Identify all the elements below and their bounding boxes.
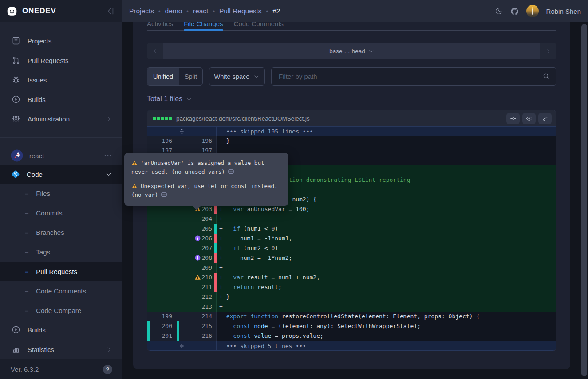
info-icon[interactable] — [194, 254, 201, 261]
github-icon[interactable] — [510, 7, 519, 16]
sidebar-code-subnav: –Files–Commits–Branches–Tags–Pull Reques… — [0, 184, 122, 320]
info-icon[interactable] — [194, 235, 201, 242]
dash-icon: – — [25, 248, 28, 256]
expand-lines-button[interactable] — [147, 127, 217, 136]
new-line-number: 207 — [177, 243, 217, 253]
added-line-marker: + — [219, 293, 226, 300]
sidebar-divider — [0, 137, 122, 138]
breadcrumb-item-#2: #2 — [272, 7, 280, 15]
tab-activities[interactable]: Activities — [147, 22, 173, 31]
context-line-prefix — [219, 137, 226, 144]
new-line-number: 209 — [177, 263, 217, 273]
total-files-label: Total 1 files — [147, 95, 182, 103]
chevron-down-icon — [368, 48, 374, 54]
comment-icon[interactable] — [228, 168, 234, 175]
tab-code-comments[interactable]: Code Comments — [234, 22, 284, 31]
sidebar-item-issues[interactable]: Issues — [0, 70, 122, 90]
old-line-number — [147, 253, 177, 263]
user-name[interactable]: Robin Shen — [546, 8, 581, 15]
eslint-problem: Unexpected var, use let or const instead… — [131, 182, 281, 199]
sidebar-item-builds[interactable]: Builds — [0, 320, 122, 340]
sidebar-item-code[interactable]: Code — [0, 165, 122, 184]
diff-line-214: 199214 export function restoreControlled… — [147, 312, 556, 321]
onedev-logo-icon — [6, 5, 18, 17]
diff-line-196: 196196 } — [147, 136, 556, 146]
warning-icon[interactable] — [194, 274, 201, 281]
sidebar-item-administration[interactable]: Administration — [0, 109, 122, 129]
sidebar-subitem-commits[interactable]: –Commits — [0, 203, 122, 223]
chart-icon — [12, 345, 20, 354]
sidebar-collapse-icon[interactable] — [106, 7, 115, 16]
new-line-number: 196 — [177, 136, 217, 146]
commit-button[interactable] — [506, 113, 520, 124]
sidebar-bottom-nav: BuildsStatistics — [0, 320, 122, 359]
breadcrumb-item-projects[interactable]: Projects — [129, 7, 154, 15]
sidebar-subitem-branches[interactable]: –Branches — [0, 223, 122, 242]
scrollbar[interactable] — [581, 24, 587, 376]
new-line-number: 213 — [177, 302, 217, 312]
diff-line-210: 210+ var result = num1 + num2; — [147, 273, 556, 282]
sidebar-subitem-code-compare[interactable]: –Code Compare — [0, 301, 122, 320]
sidebar-item-builds[interactable]: Builds — [0, 90, 122, 109]
sidebar-subitem-label: Code Comments — [36, 287, 86, 295]
help-button[interactable]: ? — [103, 365, 112, 374]
eye-button[interactable] — [522, 113, 536, 124]
sidebar-subitem-code-comments[interactable]: –Code Comments — [0, 281, 122, 301]
comment-icon[interactable] — [161, 191, 167, 198]
context-line-prefix — [219, 332, 226, 339]
chevron-down-icon — [253, 74, 260, 80]
user-avatar[interactable] — [526, 5, 539, 17]
diff-line-208: 208+ num2 = -1*num2; — [147, 253, 556, 263]
search-icon[interactable] — [542, 72, 550, 80]
code-token: export function — [226, 313, 282, 320]
sidebar-subitem-files[interactable]: –Files — [0, 184, 122, 203]
pencil-button[interactable] — [538, 113, 552, 124]
moon-icon[interactable] — [495, 7, 503, 15]
sidebar-project-row[interactable]: react — [0, 146, 122, 165]
coverage-bar — [214, 204, 217, 214]
dash-icon: – — [25, 209, 28, 217]
code-token: (num2 < 0) — [244, 245, 278, 251]
chevron-right-icon — [106, 346, 112, 353]
change-blocks-indicator — [153, 117, 172, 120]
next-commit-button[interactable] — [540, 43, 556, 59]
tab-label: Activities — [147, 22, 173, 28]
sidebar-subitem-pull-requests[interactable]: –Pull Requests — [0, 262, 122, 281]
new-line-number: 204 — [177, 214, 217, 224]
chevron-down-icon — [186, 96, 193, 102]
expand-lines-button[interactable] — [147, 341, 217, 350]
split-button[interactable]: Split — [179, 68, 202, 85]
play-icon — [12, 325, 20, 334]
sidebar-item-label: Pull Requests — [28, 57, 69, 64]
sidebar-subitem-tags[interactable]: –Tags — [0, 242, 122, 262]
old-line-number — [147, 234, 177, 243]
revision-range-button[interactable]: base … head — [163, 43, 540, 59]
code-content: const node = ((element: any): SelectWith… — [217, 321, 556, 331]
tab-file-changes[interactable]: File Changes — [184, 22, 223, 31]
whitespace-dropdown[interactable]: White space — [209, 67, 265, 86]
code-content: + num1 = -1*num1; — [217, 234, 556, 243]
code-content: + } — [217, 292, 556, 302]
breadcrumb-item-demo[interactable]: demo — [165, 7, 182, 15]
prev-commit-button[interactable] — [147, 43, 163, 59]
total-files-dropdown[interactable]: Total 1 files — [147, 95, 193, 103]
ellipsis-icon[interactable] — [103, 151, 112, 160]
new-line-number: 205 — [177, 224, 217, 234]
unified-button[interactable]: Unified — [147, 68, 179, 85]
sidebar-header: ONEDEV — [0, 0, 122, 22]
scrollbar-thumb[interactable] — [581, 24, 587, 376]
breadcrumb-separator: • — [186, 8, 189, 15]
old-line-number — [147, 214, 177, 224]
sidebar-item-projects[interactable]: Projects — [0, 31, 122, 51]
sidebar-item-statistics[interactable]: Statistics — [0, 340, 122, 359]
path-filter-input[interactable] — [272, 68, 556, 85]
code-content: const value = props.value; — [217, 331, 556, 341]
book-icon — [12, 36, 20, 45]
breadcrumb-item-react[interactable]: react — [193, 7, 208, 15]
diff-line-215: 200215 const node = ((element: any): Sel… — [147, 321, 556, 331]
warning-icon — [131, 183, 138, 189]
dash-icon: – — [25, 287, 28, 295]
added-line-marker: + — [219, 274, 226, 281]
breadcrumb-item-pull-requests[interactable]: Pull Requests — [219, 7, 262, 15]
sidebar-item-pull-requests[interactable]: Pull Requests — [0, 51, 122, 70]
